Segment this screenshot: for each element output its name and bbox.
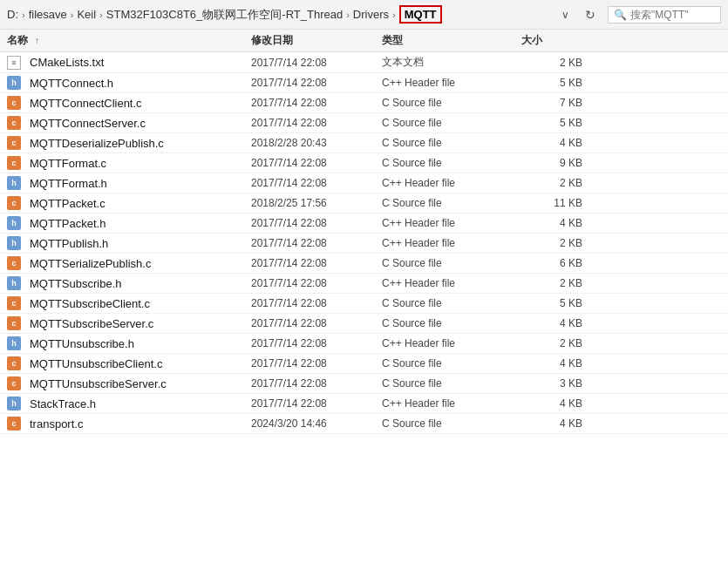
file-name-label: MQTTPacket.h: [30, 217, 251, 230]
file-name-label: MQTTSerializePublish.c: [30, 257, 251, 270]
file-type-col: C Source file: [382, 137, 521, 149]
breadcrumb-sep-1: ›: [71, 10, 74, 20]
file-name-col: c MQTTUnsubscribeServer.c: [7, 376, 251, 390]
sort-arrow: ↑: [35, 36, 39, 45]
file-type-col: C++ Header file: [382, 237, 521, 249]
file-size-col: 6 KB: [521, 257, 591, 269]
file-type-icon: c: [7, 296, 21, 310]
table-row[interactable]: h StackTrace.h 2017/7/14 22:08 C++ Heade…: [0, 394, 728, 414]
col-date-header[interactable]: 修改日期: [251, 33, 382, 48]
file-name-label: MQTTFormat.c: [30, 157, 251, 170]
table-row[interactable]: c transport.c 2024/3/20 14:46 C Source f…: [0, 414, 728, 434]
table-row[interactable]: c MQTTDeserializePublish.c 2018/2/28 20:…: [0, 133, 728, 153]
file-date-col: 2017/7/14 22:08: [251, 57, 382, 69]
file-type-icon: c: [7, 376, 21, 390]
file-name-col: h MQTTFormat.h: [7, 176, 251, 190]
file-name-label: MQTTConnectServer.c: [30, 117, 251, 130]
breadcrumb-part-2[interactable]: Keil: [77, 8, 96, 21]
file-type-icon: c: [7, 417, 21, 430]
file-name-label: MQTTSubscribeClient.c: [30, 297, 251, 310]
file-type-icon: h: [7, 276, 21, 290]
file-type-icon: c: [7, 156, 21, 170]
breadcrumb-sep-2: ›: [99, 10, 103, 20]
table-row[interactable]: c MQTTConnectClient.c 2017/7/14 22:08 C …: [0, 93, 728, 113]
file-type-col: C++ Header file: [382, 217, 521, 229]
table-row[interactable]: h MQTTUnsubscribe.h 2017/7/14 22:08 C++ …: [0, 334, 728, 354]
table-row[interactable]: h MQTTFormat.h 2017/7/14 22:08 C++ Heade…: [0, 173, 728, 193]
file-size-col: 2 KB: [521, 277, 591, 289]
file-size-col: 4 KB: [521, 317, 591, 329]
table-row[interactable]: h MQTTSubscribe.h 2017/7/14 22:08 C++ He…: [0, 274, 728, 294]
file-date-col: 2017/7/14 22:08: [251, 357, 382, 369]
refresh-button[interactable]: ↻: [580, 6, 601, 24]
col-type-header[interactable]: 类型: [382, 33, 521, 48]
file-size-col: 4 KB: [521, 357, 591, 369]
file-type-col: C Source file: [382, 157, 521, 169]
table-row[interactable]: h MQTTPublish.h 2017/7/14 22:08 C++ Head…: [0, 234, 728, 254]
table-row[interactable]: c MQTTUnsubscribeClient.c 2017/7/14 22:0…: [0, 354, 728, 374]
col-name-header[interactable]: 名称 ↑: [7, 33, 251, 48]
file-size-col: 4 KB: [521, 397, 591, 410]
table-row[interactable]: h MQTTConnect.h 2017/7/14 22:08 C++ Head…: [0, 73, 728, 93]
name-col-label: 名称: [7, 33, 28, 48]
file-name-label: MQTTFormat.h: [30, 177, 251, 190]
file-name-col: c MQTTConnectServer.c: [7, 116, 251, 130]
breadcrumb-part-4[interactable]: Drivers: [353, 8, 389, 21]
table-row[interactable]: c MQTTUnsubscribeServer.c 2017/7/14 22:0…: [0, 374, 728, 394]
col-size-header[interactable]: 大小: [521, 33, 591, 48]
file-name-col: ≡ CMakeLists.txt: [7, 56, 251, 70]
file-size-col: 5 KB: [521, 117, 591, 129]
table-row[interactable]: h MQTTPacket.h 2017/7/14 22:08 C++ Heade…: [0, 214, 728, 234]
table-row[interactable]: c MQTTConnectServer.c 2017/7/14 22:08 C …: [0, 113, 728, 133]
search-box: 🔍: [608, 6, 721, 24]
file-type-icon: h: [7, 216, 21, 230]
breadcrumb-part-3[interactable]: STM32F103C8T6_物联网工作空间-RT_Thread: [106, 7, 343, 23]
file-date-col: 2017/7/14 22:08: [251, 77, 382, 89]
file-type-icon: c: [7, 256, 21, 270]
breadcrumb: D:›filesave›Keil›STM32F103C8T6_物联网工作空间-R…: [7, 5, 555, 24]
breadcrumb-sep-3: ›: [346, 10, 350, 20]
file-date-col: 2017/7/14 22:08: [251, 257, 382, 269]
file-date-col: 2017/7/14 22:08: [251, 317, 382, 329]
file-name-label: MQTTSubscribe.h: [30, 277, 251, 290]
table-row[interactable]: c MQTTSubscribeServer.c 2017/7/14 22:08 …: [0, 314, 728, 334]
file-name-label: MQTTConnect.h: [30, 77, 251, 90]
file-size-col: 2 KB: [521, 57, 591, 69]
address-right: ∨ ↻ 🔍: [558, 6, 721, 24]
file-name-label: MQTTPublish.h: [30, 237, 251, 250]
table-row[interactable]: c MQTTPacket.c 2018/2/25 17:56 C Source …: [0, 193, 728, 214]
table-row[interactable]: c MQTTSerializePublish.c 2017/7/14 22:08…: [0, 254, 728, 274]
breadcrumb-part-5[interactable]: MQTT: [399, 5, 442, 24]
breadcrumb-part-0[interactable]: D:: [7, 8, 18, 21]
table-row[interactable]: c MQTTFormat.c 2017/7/14 22:08 C Source …: [0, 153, 728, 173]
file-size-col: 11 KB: [521, 197, 591, 209]
file-name-label: MQTTSubscribeServer.c: [30, 317, 251, 330]
file-type-icon: c: [7, 96, 21, 110]
breadcrumb-part-1[interactable]: filesave: [29, 8, 67, 21]
file-type-icon: h: [7, 236, 21, 250]
file-type-icon: c: [7, 136, 21, 150]
file-date-col: 2017/7/14 22:08: [251, 97, 382, 109]
table-row[interactable]: c MQTTSubscribeClient.c 2017/7/14 22:08 …: [0, 294, 728, 314]
file-type-col: C Source file: [382, 97, 521, 109]
file-type-icon: h: [7, 397, 21, 410]
file-type-col: C++ Header file: [382, 277, 521, 289]
expand-button[interactable]: ∨: [558, 7, 573, 23]
table-row[interactable]: ≡ CMakeLists.txt 2017/7/14 22:08 文本文档 2 …: [0, 52, 728, 73]
file-size-col: 5 KB: [521, 297, 591, 309]
file-type-icon: h: [7, 76, 21, 90]
file-type-col: C++ Header file: [382, 397, 521, 410]
file-date-col: 2017/7/14 22:08: [251, 397, 382, 410]
file-date-col: 2017/7/14 22:08: [251, 217, 382, 229]
file-type-icon: h: [7, 336, 21, 350]
file-type-col: C++ Header file: [382, 177, 521, 189]
file-type-col: C Source file: [382, 297, 521, 309]
file-type-col: C Source file: [382, 317, 521, 329]
file-size-col: 4 KB: [521, 217, 591, 229]
search-input[interactable]: [630, 9, 718, 21]
file-name-col: c MQTTUnsubscribeClient.c: [7, 356, 251, 370]
file-name-label: MQTTUnsubscribeServer.c: [30, 377, 251, 390]
file-name-label: MQTTConnectClient.c: [30, 97, 251, 110]
file-size-col: 3 KB: [521, 377, 591, 390]
file-list: 名称 ↑ 修改日期 类型 大小 ≡ CMakeLists.txt 2017/7/…: [0, 30, 728, 575]
